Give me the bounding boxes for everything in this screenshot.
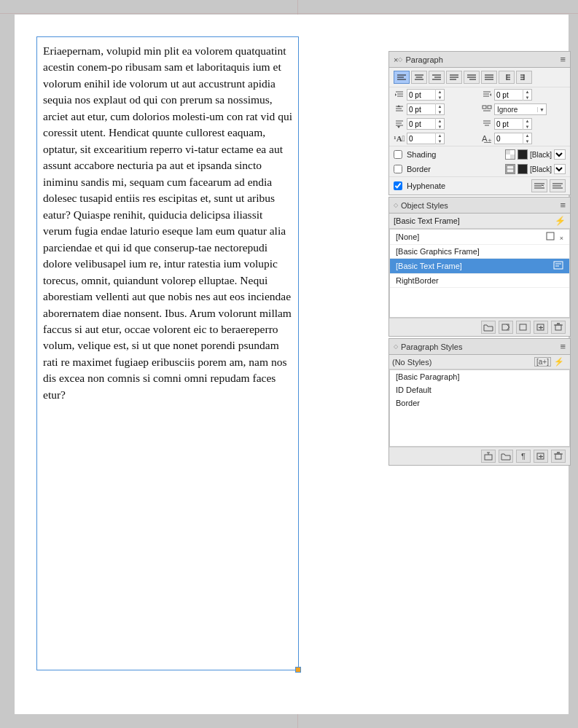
space-after-group: ▲ ▼ bbox=[394, 118, 478, 130]
last-line-indent-down[interactable]: ▼ bbox=[523, 124, 531, 130]
right-indent-spinners[interactable]: ▲ ▼ bbox=[523, 89, 531, 101]
align-justify-last-right-button[interactable] bbox=[464, 71, 480, 84]
para-style-id-default-label: ID Default bbox=[396, 385, 431, 394]
last-line-indent-group: ▲ ▼ bbox=[481, 118, 566, 130]
border-color-label: [Black] bbox=[530, 165, 552, 173]
drop-cap-lines-group: ¹A͟ ▲ ▼ bbox=[394, 133, 478, 144]
para-styles-folder-button[interactable] bbox=[499, 450, 513, 463]
space-after-spinners[interactable]: ▲ ▼ bbox=[435, 118, 444, 130]
paragraph-styles-panel: ◇ Paragraph Styles ≡ (No Styles) [a+] ⚡ … bbox=[388, 338, 571, 466]
right-indent-input[interactable]: ▲ ▼ bbox=[494, 89, 532, 101]
space-before-value[interactable] bbox=[407, 106, 435, 114]
drop-cap-lines-value[interactable] bbox=[407, 135, 435, 143]
align-center-button[interactable] bbox=[411, 71, 427, 84]
svg-rect-39 bbox=[488, 106, 491, 109]
object-styles-empty bbox=[390, 288, 569, 317]
paragraph-panel-titlebar: × ◇ Paragraph ≡ bbox=[389, 52, 570, 68]
para-style-id-default[interactable]: ID Default bbox=[390, 383, 569, 396]
object-style-rightborder[interactable]: RightBorder bbox=[390, 274, 569, 288]
right-indent-up[interactable]: ▲ bbox=[523, 89, 531, 95]
border-color-dropdown[interactable]: ▼ bbox=[554, 164, 566, 174]
space-before-down[interactable]: ▼ bbox=[436, 109, 444, 115]
left-indent-row: ▲ ▼ ▲ ▼ bbox=[389, 87, 570, 102]
para-styles-new-button[interactable] bbox=[534, 450, 548, 463]
para-styles-delete-button[interactable] bbox=[551, 450, 566, 463]
right-indent-down[interactable]: ▼ bbox=[523, 95, 531, 101]
space-before-input[interactable]: ▲ ▼ bbox=[407, 103, 445, 115]
space-after-value[interactable] bbox=[407, 120, 435, 128]
space-after-up[interactable]: ▲ bbox=[436, 118, 444, 124]
right-indent-value[interactable] bbox=[495, 91, 523, 99]
drop-cap-chars-input[interactable]: ▲ ▼ bbox=[494, 133, 532, 144]
space-before-spinners[interactable]: ▲ ▼ bbox=[435, 103, 444, 115]
frame-resize-handle[interactable] bbox=[295, 667, 301, 673]
object-styles-new-button[interactable] bbox=[516, 321, 531, 334]
drop-cap-chars-down[interactable]: ▼ bbox=[523, 138, 531, 144]
space-before-up[interactable]: ▲ bbox=[436, 103, 444, 109]
drop-cap-chars-up[interactable]: ▲ bbox=[523, 133, 531, 138]
left-indent-input[interactable]: ▲ ▼ bbox=[407, 89, 445, 101]
align-toward-spine-button[interactable] bbox=[499, 71, 515, 84]
drop-cap-chars-icon: A͟₊ bbox=[481, 133, 493, 144]
object-styles-new-from-selection-button[interactable] bbox=[534, 321, 548, 334]
align-to-grid-dropdown[interactable]: Ignore ▼ bbox=[494, 103, 547, 115]
space-before-group: ▲ ▼ bbox=[394, 103, 478, 115]
hyphenate-buttons bbox=[531, 179, 566, 192]
right-indent-icon bbox=[481, 90, 493, 100]
shading-color-swatch bbox=[518, 149, 528, 160]
object-styles-title-left: ◇ Object Styles bbox=[394, 201, 448, 210]
object-styles-diamond-icon: ◇ bbox=[394, 202, 398, 208]
object-style-none-label: [None] bbox=[396, 232, 419, 241]
drop-cap-chars-value[interactable] bbox=[495, 135, 523, 143]
align-right-button[interactable] bbox=[429, 71, 445, 84]
left-indent-value[interactable] bbox=[407, 91, 435, 99]
object-style-basic-text[interactable]: [Basic Text Frame] bbox=[390, 259, 569, 274]
object-style-basic-graphics[interactable]: [Basic Graphics Frame] bbox=[390, 245, 569, 259]
border-checkbox[interactable] bbox=[394, 165, 402, 173]
para-style-basic-paragraph-label: [Basic Paragraph] bbox=[396, 372, 459, 381]
last-line-indent-spinners[interactable]: ▲ ▼ bbox=[523, 118, 531, 130]
para-style-border[interactable]: Border bbox=[390, 396, 569, 410]
object-styles-menu[interactable]: ≡ bbox=[560, 200, 566, 211]
left-indent-up[interactable]: ▲ bbox=[436, 89, 444, 95]
last-line-indent-input[interactable]: ▲ ▼ bbox=[494, 118, 532, 130]
left-indent-spinners[interactable]: ▲ ▼ bbox=[435, 89, 444, 101]
para-styles-paragraph-button[interactable]: ¶ bbox=[516, 450, 531, 463]
object-styles-goto-button[interactable] bbox=[499, 321, 513, 334]
align-away-spine-button[interactable] bbox=[516, 71, 532, 84]
border-color-swatch bbox=[518, 164, 528, 174]
border-color-group: [Black] ▼ bbox=[505, 164, 566, 174]
drop-cap-lines-down[interactable]: ▼ bbox=[436, 138, 444, 144]
space-after-down[interactable]: ▼ bbox=[436, 124, 444, 130]
object-style-none[interactable]: [None] × bbox=[390, 230, 569, 245]
drop-cap-chars-spinners[interactable]: ▲ ▼ bbox=[523, 133, 531, 144]
drop-cap-lines-spinners[interactable]: ▲ ▼ bbox=[435, 133, 444, 144]
align-to-grid-arrow[interactable]: ▼ bbox=[537, 107, 546, 112]
drop-cap-lines-input[interactable]: ▲ ▼ bbox=[407, 133, 445, 144]
paragraph-panel-menu[interactable]: ≡ bbox=[560, 54, 566, 65]
shading-checkbox[interactable] bbox=[394, 150, 402, 159]
text-frame[interactable]: Eriaepernam, volupid min plit ea volorem… bbox=[36, 36, 299, 670]
object-styles-folder-button[interactable] bbox=[481, 321, 496, 334]
space-after-input[interactable]: ▲ ▼ bbox=[407, 118, 445, 130]
align-justify-button[interactable] bbox=[446, 71, 462, 84]
hyphenate-mode-1-button[interactable] bbox=[531, 179, 547, 192]
last-line-indent-value[interactable] bbox=[495, 120, 523, 128]
para-style-basic-paragraph[interactable]: [Basic Paragraph] bbox=[390, 370, 569, 383]
hyphenate-mode-2-button[interactable] bbox=[550, 179, 566, 192]
shading-color-dropdown[interactable]: ▼ bbox=[554, 149, 566, 160]
drop-cap-lines-up[interactable]: ▲ bbox=[436, 133, 444, 138]
paragraph-styles-menu[interactable]: ≡ bbox=[560, 341, 566, 352]
last-line-indent-up[interactable]: ▲ bbox=[523, 118, 531, 124]
hyphenate-row: Hyphenate bbox=[389, 176, 570, 195]
align-to-grid-icon bbox=[481, 104, 493, 114]
hyphenate-checkbox[interactable] bbox=[394, 181, 402, 190]
align-justify-all-button[interactable] bbox=[481, 71, 497, 84]
object-style-none-icons: × bbox=[546, 232, 563, 242]
left-indent-down[interactable]: ▼ bbox=[436, 95, 444, 101]
shading-color-label: [Black] bbox=[530, 151, 552, 159]
object-styles-delete-button[interactable] bbox=[551, 321, 566, 334]
text-frame-content: Eriaepernam, volupid min plit ea volorem… bbox=[43, 43, 292, 403]
align-left-button[interactable] bbox=[394, 71, 410, 84]
para-styles-load-button[interactable] bbox=[481, 450, 496, 463]
